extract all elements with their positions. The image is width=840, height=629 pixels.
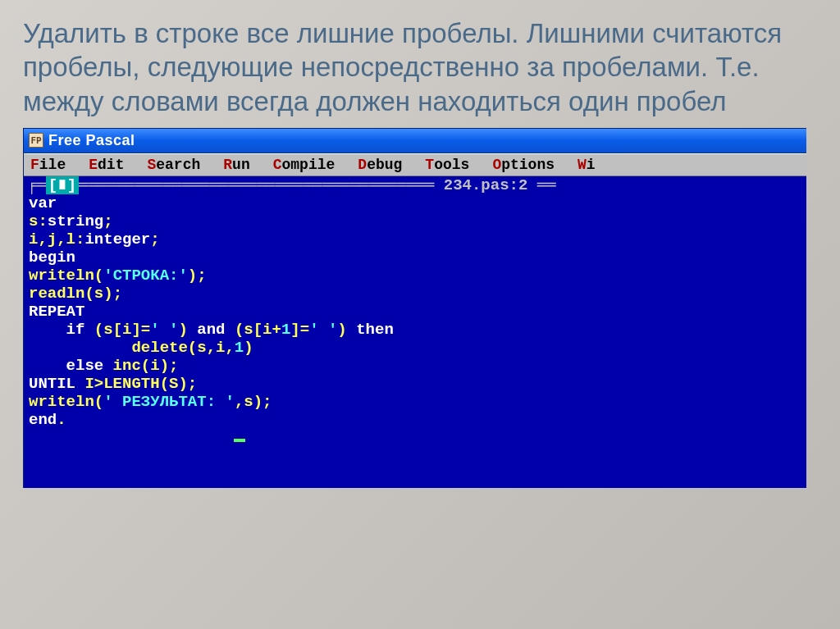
- editor-area[interactable]: ╒═[∎]═══════════════════════════════════…: [24, 176, 806, 488]
- menu-tools[interactable]: Tools: [425, 157, 469, 173]
- code-line[interactable]: begin: [24, 248, 806, 267]
- window-title: Free Pascal: [48, 132, 135, 149]
- menu-window[interactable]: Wi: [578, 157, 596, 173]
- cursor-line[interactable]: [24, 429, 806, 447]
- code-line[interactable]: i,j,l:integer;: [24, 230, 806, 248]
- code-line[interactable]: var: [24, 194, 806, 212]
- code-line[interactable]: else inc(i);: [24, 357, 806, 375]
- menu-run[interactable]: Run: [223, 157, 249, 173]
- code-line[interactable]: end.: [24, 411, 806, 429]
- menu-file[interactable]: File: [30, 157, 66, 173]
- code-line[interactable]: writeln(' РЕЗУЛЬТАТ: ',s);: [24, 393, 806, 411]
- slide: Удалить в строке все лишние пробелы. Лиш…: [0, 0, 840, 629]
- code-line[interactable]: UNTIL I>LENGTH(S);: [24, 375, 806, 393]
- window-control-icon[interactable]: [∎]: [46, 176, 79, 194]
- menu-debug[interactable]: Debug: [358, 157, 402, 173]
- text-cursor: [234, 439, 245, 442]
- code-line[interactable]: s:string;: [24, 212, 806, 230]
- menu-search[interactable]: Search: [147, 157, 200, 173]
- code-line[interactable]: if (s[i]=' ') and (s[i+1]=' ') then: [24, 321, 806, 339]
- menu-edit[interactable]: Edit: [89, 157, 124, 173]
- editor-filename: 234.pas:2: [444, 176, 528, 194]
- code-line[interactable]: readln(s);: [24, 285, 806, 303]
- menubar: File Edit Search Run Compile Debug Tools…: [24, 153, 806, 176]
- menu-compile[interactable]: Compile: [273, 157, 336, 173]
- titlebar[interactable]: FP Free Pascal: [24, 129, 806, 153]
- menu-options[interactable]: Options: [492, 157, 555, 173]
- code-line[interactable]: REPEAT: [24, 303, 806, 321]
- app-icon: FP: [29, 133, 43, 148]
- editor-tabline: ╒═[∎]═══════════════════════════════════…: [24, 176, 806, 194]
- slide-description: Удалить в строке все лишние пробелы. Лиш…: [23, 16, 817, 118]
- ide-window: FP Free Pascal File Edit Search Run Comp…: [23, 128, 806, 488]
- code-line[interactable]: writeln('СТРОКА:');: [24, 267, 806, 285]
- code-line[interactable]: delete(s,i,1): [24, 339, 806, 357]
